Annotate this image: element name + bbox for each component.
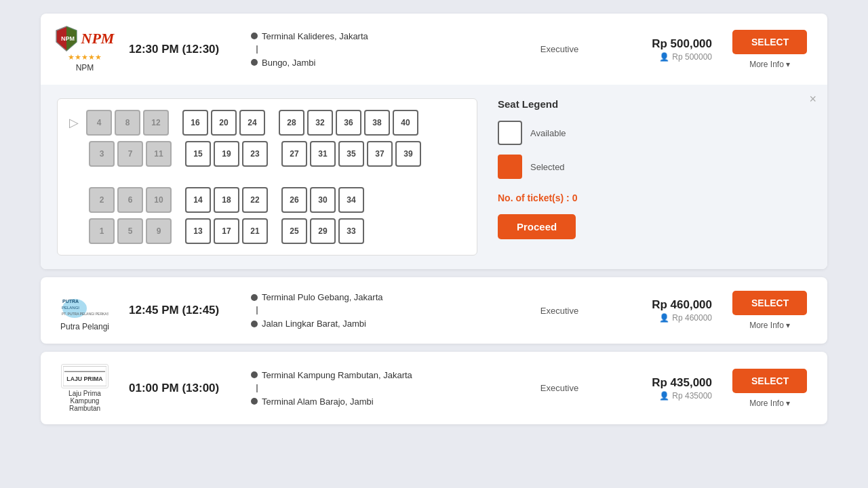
putra-select-button[interactable]: SELECT xyxy=(732,291,807,315)
putra-logo: PUTRA PELANGI PT. PUTRA PELANGI PERKASA xyxy=(61,289,108,321)
seat-9[interactable]: 9 xyxy=(146,218,172,244)
laju-time: 01:00 PM (13:00) xyxy=(129,382,237,395)
bus-card-putra-pelangi: PUTRA PELANGI PT. PUTRA PELANGI PERKASA … xyxy=(41,277,827,344)
npm-price-sub: 👤 Rp 500000 xyxy=(604,52,712,62)
chevron-down-icon-laju: ▾ xyxy=(786,399,790,408)
legend-title: Seat Legend xyxy=(498,98,633,110)
seat-40[interactable]: 40 xyxy=(393,110,418,136)
svg-text:PELANGI: PELANGI xyxy=(62,306,79,310)
dest-dot-putra xyxy=(251,321,258,327)
seat-31[interactable]: 31 xyxy=(310,141,336,167)
npm-more-info[interactable]: More Info ▾ xyxy=(749,60,790,69)
seat-25[interactable]: 25 xyxy=(281,218,307,244)
chevron-down-icon-putra: ▾ xyxy=(786,321,790,330)
putra-more-info[interactable]: More Info ▾ xyxy=(749,321,790,330)
seat-panel-inner: ▷ 4 8 12 16 20 24 28 32 36 38 40 xyxy=(57,98,811,256)
seat-row-2: 3 7 11 15 19 23 27 31 35 37 39 xyxy=(64,141,466,167)
svg-text:PT. PUTRA PELANGI PERKASA: PT. PUTRA PELANGI PERKASA xyxy=(62,312,108,316)
seat-10[interactable]: 10 xyxy=(146,187,172,213)
logo-area-npm: NPM NPM ★★★★★ NPM xyxy=(54,26,115,73)
seat-30[interactable]: 30 xyxy=(310,187,336,213)
seat-4[interactable]: 4 xyxy=(86,110,112,136)
laju-dest: Terminal Alam Barajo, Jambi xyxy=(251,396,515,407)
seat-row-3: 2 6 10 14 18 22 26 30 34 xyxy=(64,187,466,213)
npm-stars: ★★★★★ xyxy=(68,53,102,62)
seat-15[interactable]: 15 xyxy=(185,141,211,167)
npm-logo: NPM NPM xyxy=(56,26,115,52)
putra-class: Executive xyxy=(529,306,590,316)
seat-39[interactable]: 39 xyxy=(395,141,421,167)
seat-29[interactable]: 29 xyxy=(310,218,336,244)
close-button[interactable]: × xyxy=(809,93,816,105)
npm-time: 12:30 PM (12:30) xyxy=(129,43,237,56)
seat-6[interactable]: 6 xyxy=(117,187,143,213)
seat-11[interactable]: 11 xyxy=(146,141,172,167)
bus-row-putra: PUTRA PELANGI PT. PUTRA PELANGI PERKASA … xyxy=(41,277,827,344)
seat-7[interactable]: 7 xyxy=(117,141,143,167)
seat-14[interactable]: 14 xyxy=(185,187,211,213)
seat-28[interactable]: 28 xyxy=(279,110,304,136)
bus-card-laju-prima: LAJU PRIMA Laju Prima Kampung Rambutan 0… xyxy=(41,352,827,424)
seat-26[interactable]: 26 xyxy=(281,187,307,213)
laju-prima-company-name: Laju Prima Kampung Rambutan xyxy=(54,390,115,412)
seat-12[interactable]: 12 xyxy=(143,110,169,136)
seat-13[interactable]: 13 xyxy=(185,218,211,244)
ticket-count-value: 0 xyxy=(572,192,578,203)
laju-prima-logo-svg: LAJU PRIMA xyxy=(63,366,106,386)
seat-2[interactable]: 2 xyxy=(89,187,115,213)
seat-8[interactable]: 8 xyxy=(115,110,140,136)
svg-text:LAJU PRIMA: LAJU PRIMA xyxy=(66,375,103,382)
laju-select-button[interactable]: SELECT xyxy=(732,369,807,393)
seat-35[interactable]: 35 xyxy=(338,141,364,167)
svg-text:NPM: NPM xyxy=(61,35,75,42)
putra-route: Terminal Pulo Gebang, Jakarta Jalan Ling… xyxy=(251,292,515,329)
route-connector-putra xyxy=(256,306,258,314)
seat-19[interactable]: 19 xyxy=(214,141,239,167)
laju-prima-logo-area: LAJU PRIMA Laju Prima Kampung Rambutan xyxy=(54,364,115,412)
seat-18[interactable]: 18 xyxy=(214,187,239,213)
seat-23[interactable]: 23 xyxy=(242,141,268,167)
available-box xyxy=(498,121,522,145)
seat-33[interactable]: 33 xyxy=(338,218,364,244)
seat-36[interactable]: 36 xyxy=(336,110,361,136)
route-connector xyxy=(256,45,258,54)
seat-38[interactable]: 38 xyxy=(364,110,390,136)
putra-logo-area: PUTRA PELANGI PT. PUTRA PELANGI PERKASA … xyxy=(54,289,115,331)
putra-action: SELECT More Info ▾ xyxy=(726,291,814,330)
seat-24[interactable]: 24 xyxy=(239,110,265,136)
bus-card-npm: NPM NPM ★★★★★ NPM 12:30 PM (12:30) Termi… xyxy=(41,14,827,269)
seat-37[interactable]: 37 xyxy=(367,141,393,167)
seat-5[interactable]: 5 xyxy=(117,218,143,244)
laju-action: SELECT More Info ▾ xyxy=(726,369,814,408)
seat-20[interactable]: 20 xyxy=(211,110,237,136)
seat-grid: ▷ 4 8 12 16 20 24 28 32 36 38 40 xyxy=(64,110,466,244)
seat-map-container: ▷ 4 8 12 16 20 24 28 32 36 38 40 xyxy=(57,98,477,256)
seat-22[interactable]: 22 xyxy=(242,187,268,213)
npm-route: Terminal Kalideres, Jakarta Bungo, Jambi xyxy=(251,31,515,68)
npm-price: Rp 500,000 👤 Rp 500000 xyxy=(604,37,712,62)
seat-16[interactable]: 16 xyxy=(182,110,208,136)
seat-1[interactable]: 1 xyxy=(89,218,115,244)
dest-dot-laju xyxy=(251,398,258,405)
npm-select-button[interactable]: SELECT xyxy=(732,30,807,54)
legend-selected: Selected xyxy=(498,155,633,179)
selected-label: Selected xyxy=(530,162,565,172)
putra-origin: Terminal Pulo Gebang, Jakarta xyxy=(251,292,515,302)
seat-3[interactable]: 3 xyxy=(89,141,115,167)
seat-21[interactable]: 21 xyxy=(242,218,268,244)
available-label: Available xyxy=(530,128,566,138)
putra-company-name: Putra Pelangi xyxy=(60,322,109,331)
npm-class: Executive xyxy=(529,44,590,54)
middle-aisle xyxy=(64,172,466,182)
svg-text:PUTRA: PUTRA xyxy=(62,299,79,304)
putra-price-sub: 👤 Rp 460000 xyxy=(604,313,712,323)
ticket-count: No. of ticket(s) : 0 xyxy=(498,192,633,203)
seat-34[interactable]: 34 xyxy=(338,187,364,213)
seat-27[interactable]: 27 xyxy=(281,141,307,167)
proceed-button[interactable]: Proceed xyxy=(498,214,576,239)
seat-17[interactable]: 17 xyxy=(214,218,239,244)
npm-text-logo: NPM xyxy=(81,30,115,47)
putra-time: 12:45 PM (12:45) xyxy=(129,304,237,317)
laju-more-info[interactable]: More Info ▾ xyxy=(749,399,790,408)
seat-32[interactable]: 32 xyxy=(307,110,333,136)
